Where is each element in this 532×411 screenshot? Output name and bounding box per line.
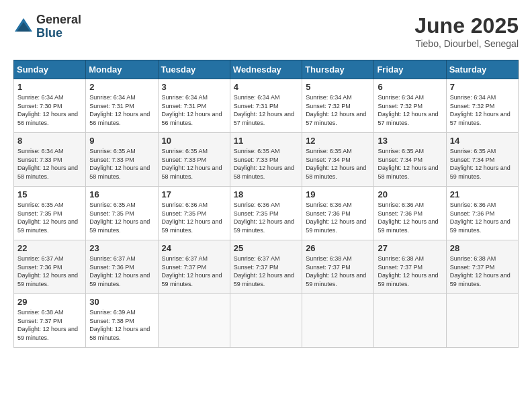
day-number: 13 [378, 136, 442, 146]
day-number: 15 [17, 189, 82, 199]
day-info: Sunrise: 6:34 AMSunset: 7:31 PMDaylight:… [234, 94, 294, 126]
day-info: Sunrise: 6:38 AMSunset: 7:37 PMDaylight:… [306, 255, 366, 287]
day-info: Sunrise: 6:35 AMSunset: 7:35 PMDaylight:… [89, 201, 150, 234]
day-info: Sunrise: 6:34 AMSunset: 7:31 PMDaylight:… [89, 94, 150, 126]
calendar-cell: 13Sunrise: 6:35 AMSunset: 7:34 PMDayligh… [374, 133, 446, 187]
calendar-cell: 30Sunrise: 6:39 AMSunset: 7:38 PMDayligh… [86, 294, 158, 348]
day-info: Sunrise: 6:38 AMSunset: 7:37 PMDaylight:… [378, 255, 438, 287]
day-number: 10 [162, 136, 226, 146]
day-info: Sunrise: 6:37 AMSunset: 7:36 PMDaylight:… [17, 255, 78, 287]
header-row: Sunday Monday Tuesday Wednesday Thursday… [14, 60, 519, 79]
month-title: June 2025 [414, 13, 519, 38]
day-number: 9 [89, 136, 154, 146]
calendar-cell: 2Sunrise: 6:34 AMSunset: 7:31 PMDaylight… [86, 79, 158, 133]
day-number: 28 [450, 243, 515, 253]
day-info: Sunrise: 6:35 AMSunset: 7:33 PMDaylight:… [89, 148, 150, 180]
page-header: General Blue June 2025 Tiebo, Diourbel, … [13, 13, 519, 49]
day-number: 5 [306, 82, 370, 92]
calendar-cell: 6Sunrise: 6:34 AMSunset: 7:32 PMDaylight… [374, 79, 446, 133]
calendar-cell [158, 294, 230, 348]
col-monday: Monday [86, 60, 158, 79]
logo-text: General Blue [36, 13, 81, 40]
calendar-cell: 1Sunrise: 6:34 AMSunset: 7:30 PMDaylight… [14, 79, 86, 133]
day-info: Sunrise: 6:38 AMSunset: 7:37 PMDaylight:… [450, 255, 511, 287]
day-number: 21 [450, 189, 515, 199]
calendar-cell: 27Sunrise: 6:38 AMSunset: 7:37 PMDayligh… [374, 240, 446, 294]
calendar-week-1: 1Sunrise: 6:34 AMSunset: 7:30 PMDaylight… [14, 79, 519, 133]
day-number: 4 [234, 82, 298, 92]
calendar-cell: 3Sunrise: 6:34 AMSunset: 7:31 PMDaylight… [158, 79, 230, 133]
calendar-cell: 28Sunrise: 6:38 AMSunset: 7:37 PMDayligh… [446, 240, 518, 294]
day-number: 14 [450, 136, 515, 146]
day-number: 30 [89, 297, 154, 307]
calendar-table: Sunday Monday Tuesday Wednesday Thursday… [13, 60, 519, 348]
calendar-cell: 16Sunrise: 6:35 AMSunset: 7:35 PMDayligh… [86, 187, 158, 240]
day-info: Sunrise: 6:37 AMSunset: 7:36 PMDaylight:… [89, 255, 150, 287]
col-tuesday: Tuesday [158, 60, 230, 79]
day-info: Sunrise: 6:39 AMSunset: 7:38 PMDaylight:… [89, 309, 150, 341]
logo-blue: Blue [36, 27, 81, 40]
col-friday: Friday [374, 60, 446, 79]
day-info: Sunrise: 6:35 AMSunset: 7:34 PMDaylight:… [306, 148, 366, 180]
day-info: Sunrise: 6:35 AMSunset: 7:33 PMDaylight:… [162, 148, 222, 180]
calendar-cell: 23Sunrise: 6:37 AMSunset: 7:36 PMDayligh… [86, 240, 158, 294]
calendar-cell: 10Sunrise: 6:35 AMSunset: 7:33 PMDayligh… [158, 133, 230, 187]
day-number: 18 [234, 189, 298, 199]
calendar-body: 1Sunrise: 6:34 AMSunset: 7:30 PMDaylight… [14, 79, 519, 348]
day-number: 11 [234, 136, 298, 146]
calendar-cell: 20Sunrise: 6:36 AMSunset: 7:36 PMDayligh… [374, 187, 446, 240]
day-number: 16 [89, 189, 154, 199]
day-number: 24 [162, 243, 226, 253]
calendar-cell [230, 294, 302, 348]
day-info: Sunrise: 6:34 AMSunset: 7:32 PMDaylight:… [378, 94, 438, 126]
day-number: 7 [450, 82, 515, 92]
calendar-cell: 25Sunrise: 6:37 AMSunset: 7:37 PMDayligh… [230, 240, 302, 294]
day-number: 29 [17, 297, 82, 307]
calendar-header: Sunday Monday Tuesday Wednesday Thursday… [14, 60, 519, 79]
calendar-cell: 9Sunrise: 6:35 AMSunset: 7:33 PMDaylight… [86, 133, 158, 187]
day-info: Sunrise: 6:34 AMSunset: 7:32 PMDaylight:… [450, 94, 511, 126]
calendar-cell: 5Sunrise: 6:34 AMSunset: 7:32 PMDaylight… [302, 79, 374, 133]
calendar-cell: 29Sunrise: 6:38 AMSunset: 7:37 PMDayligh… [14, 294, 86, 348]
day-number: 26 [306, 243, 370, 253]
calendar-cell: 11Sunrise: 6:35 AMSunset: 7:33 PMDayligh… [230, 133, 302, 187]
day-number: 3 [162, 82, 226, 92]
calendar-cell: 17Sunrise: 6:36 AMSunset: 7:35 PMDayligh… [158, 187, 230, 240]
col-wednesday: Wednesday [230, 60, 302, 79]
day-number: 23 [89, 243, 154, 253]
calendar-cell: 14Sunrise: 6:35 AMSunset: 7:34 PMDayligh… [446, 133, 518, 187]
day-info: Sunrise: 6:35 AMSunset: 7:34 PMDaylight:… [450, 148, 511, 180]
day-number: 19 [306, 189, 370, 199]
day-info: Sunrise: 6:37 AMSunset: 7:37 PMDaylight:… [162, 255, 222, 287]
calendar-cell: 21Sunrise: 6:36 AMSunset: 7:36 PMDayligh… [446, 187, 518, 240]
day-number: 6 [378, 82, 442, 92]
calendar-week-2: 8Sunrise: 6:34 AMSunset: 7:33 PMDaylight… [14, 133, 519, 187]
day-info: Sunrise: 6:34 AMSunset: 7:30 PMDaylight:… [17, 94, 78, 126]
calendar-cell: 26Sunrise: 6:38 AMSunset: 7:37 PMDayligh… [302, 240, 374, 294]
col-sunday: Sunday [14, 60, 86, 79]
day-number: 22 [17, 243, 82, 253]
calendar-cell: 24Sunrise: 6:37 AMSunset: 7:37 PMDayligh… [158, 240, 230, 294]
calendar-cell [374, 294, 446, 348]
day-number: 17 [162, 189, 226, 199]
calendar-week-5: 29Sunrise: 6:38 AMSunset: 7:37 PMDayligh… [14, 294, 519, 348]
day-number: 25 [234, 243, 298, 253]
calendar-cell [446, 294, 518, 348]
calendar-cell: 19Sunrise: 6:36 AMSunset: 7:36 PMDayligh… [302, 187, 374, 240]
day-info: Sunrise: 6:35 AMSunset: 7:33 PMDaylight:… [234, 148, 294, 180]
calendar-cell: 4Sunrise: 6:34 AMSunset: 7:31 PMDaylight… [230, 79, 302, 133]
day-info: Sunrise: 6:36 AMSunset: 7:35 PMDaylight:… [162, 201, 222, 234]
day-info: Sunrise: 6:35 AMSunset: 7:34 PMDaylight:… [378, 148, 438, 180]
day-info: Sunrise: 6:37 AMSunset: 7:37 PMDaylight:… [234, 255, 294, 287]
day-info: Sunrise: 6:36 AMSunset: 7:36 PMDaylight:… [450, 201, 511, 234]
calendar-cell [302, 294, 374, 348]
col-saturday: Saturday [446, 60, 518, 79]
calendar-cell: 8Sunrise: 6:34 AMSunset: 7:33 PMDaylight… [14, 133, 86, 187]
day-info: Sunrise: 6:36 AMSunset: 7:36 PMDaylight:… [306, 201, 366, 234]
logo-general: General [36, 13, 81, 27]
day-number: 20 [378, 189, 442, 199]
calendar-cell: 22Sunrise: 6:37 AMSunset: 7:36 PMDayligh… [14, 240, 86, 294]
calendar-cell: 7Sunrise: 6:34 AMSunset: 7:32 PMDaylight… [446, 79, 518, 133]
calendar-week-4: 22Sunrise: 6:37 AMSunset: 7:36 PMDayligh… [14, 240, 519, 294]
calendar-cell: 15Sunrise: 6:35 AMSunset: 7:35 PMDayligh… [14, 187, 86, 240]
